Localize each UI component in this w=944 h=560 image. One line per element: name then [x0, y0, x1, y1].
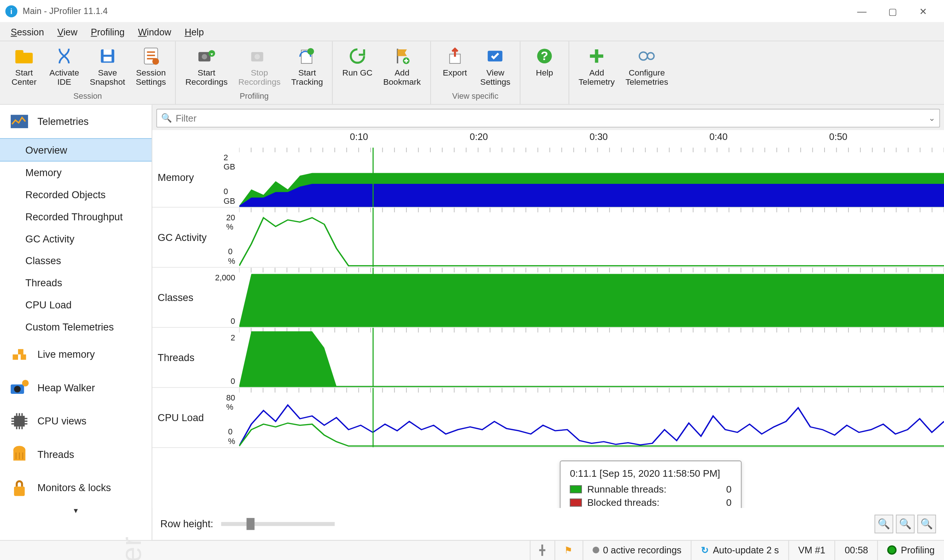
ribbon-group-label: View specific: [452, 90, 498, 102]
sidebar-item-recorded-objects[interactable]: Recorded Objects: [0, 183, 151, 206]
sidebar-cat-heap-walker[interactable]: Heap Walker: [0, 371, 151, 405]
svg-rect-24: [21, 354, 26, 360]
status-mode[interactable]: Profiling: [878, 540, 944, 560]
checklist-icon: [140, 47, 162, 66]
plus-icon: [586, 47, 607, 66]
chart-row-threads[interactable]: Threads20: [152, 328, 944, 388]
heap-walker-icon: [9, 378, 29, 397]
chart-row-classes[interactable]: Classes2,0000: [152, 268, 944, 328]
sidebar-cat-live-memory[interactable]: Live memory: [0, 337, 151, 371]
status-add[interactable]: ╋: [529, 540, 554, 560]
time-tick: 0:10: [350, 131, 368, 142]
charts-area: 0:100:200:300:400:50Memory2 GB0 GBGC Act…: [152, 130, 944, 508]
track-icon: [296, 47, 318, 66]
filter-input[interactable]: [176, 113, 924, 123]
svg-rect-3: [103, 49, 112, 54]
filter-dropdown-icon[interactable]: ⌄: [924, 114, 935, 123]
chart-plot[interactable]: 20: [239, 328, 944, 387]
row-height-slider[interactable]: [221, 522, 335, 526]
folder-icon: [13, 47, 35, 66]
sidebar-cat-cpu-views[interactable]: CPU views: [0, 404, 151, 438]
threads-icon: [9, 444, 29, 464]
watermark: JProfiler: [116, 536, 148, 560]
sidebar-item-overview[interactable]: Overview: [0, 138, 151, 162]
sidebar-item-memory[interactable]: Memory: [0, 162, 151, 183]
sidebar-cat-threads[interactable]: Threads: [0, 438, 151, 471]
view-settings-button[interactable]: ViewSettings: [475, 44, 516, 90]
svg-rect-4: [103, 57, 112, 62]
add-telemetry-button[interactable]: AddTelemetry: [574, 44, 620, 90]
chart-plot[interactable]: 80 %0 %: [239, 388, 944, 447]
search-icon: 🔍: [161, 113, 172, 123]
svg-rect-31: [14, 486, 25, 495]
status-autoupdate[interactable]: ↻Auto-update 2 s: [691, 540, 788, 560]
telemetries-icon: [9, 111, 29, 131]
chart-row-cpu-load[interactable]: CPU Load80 %0 %: [152, 388, 944, 448]
zoom-in-button[interactable]: 🔍: [875, 515, 893, 534]
sidebar-cat-monitors-locks[interactable]: Monitors & locks: [0, 471, 151, 505]
menu-profiling[interactable]: Profiling: [84, 24, 131, 39]
maximize-button[interactable]: ▢: [877, 1, 908, 21]
cpu-views-icon: [9, 411, 29, 431]
start-center-button[interactable]: StartCenter: [4, 44, 44, 90]
svg-point-27: [22, 380, 29, 386]
sidebar-more-icon[interactable]: ▾: [0, 505, 151, 517]
svg-point-20: [648, 53, 654, 59]
zoom-out-button[interactable]: 🔍: [896, 515, 915, 534]
flagplus-icon: [391, 47, 413, 66]
svg-rect-1: [15, 50, 23, 55]
help-button[interactable]: ?Help: [524, 44, 565, 81]
activate-ide-button[interactable]: ActivateIDE: [44, 44, 85, 90]
window-title: Main - JProfiler 11.1.4: [23, 6, 108, 16]
start-tracking-button[interactable]: StartTracking: [286, 44, 328, 90]
sidebar-item-gc-activity[interactable]: GC Activity: [0, 227, 151, 249]
save-snapshot-button[interactable]: SaveSnapshot: [85, 44, 131, 90]
menu-window[interactable]: Window: [131, 24, 178, 39]
sidebar-cat-telemetries[interactable]: Telemetries: [0, 105, 151, 138]
chart-row-gc-activity[interactable]: GC Activity20 %0 %: [152, 208, 944, 268]
ribbon-group-label: Profiling: [240, 90, 269, 102]
export-button[interactable]: Export: [435, 44, 475, 90]
menu-session[interactable]: Session: [4, 24, 51, 39]
status-flag[interactable]: ⚑: [554, 540, 582, 560]
filter-box[interactable]: 🔍 ⌄: [156, 109, 940, 128]
run-gc-button[interactable]: Run GC: [337, 44, 378, 90]
time-axis: 0:100:200:300:400:50: [239, 130, 944, 148]
sidebar-item-classes[interactable]: Classes: [0, 249, 151, 272]
status-vm[interactable]: VM #1: [788, 540, 835, 560]
chart-row-memory[interactable]: Memory2 GB0 GB: [152, 148, 944, 208]
chart-plot[interactable]: 2,0000: [239, 268, 944, 327]
toolbar: StartCenterActivateIDESaveSnapshotSessio…: [0, 41, 944, 105]
chart-plot[interactable]: 20 %0 %: [239, 208, 944, 267]
svg-rect-23: [18, 349, 23, 354]
status-recordings[interactable]: 0 active recordings: [582, 540, 691, 560]
zoom-fit-button[interactable]: 🔍: [918, 515, 936, 534]
time-tick: 0:30: [590, 131, 608, 142]
add-bookmark-button[interactable]: AddBookmark: [378, 44, 426, 90]
legend-swatch: [570, 485, 582, 493]
menu-view[interactable]: View: [51, 24, 84, 39]
help-icon: ?: [534, 47, 555, 66]
configure-telemetries-button[interactable]: ConfigureTelemetries: [620, 44, 674, 90]
tooltip-row: Blocked threads:0: [570, 496, 732, 508]
ribbon-group-label: Session: [73, 90, 102, 102]
row-height-control: Row height: 🔍 🔍 🔍: [152, 508, 944, 540]
chart-tooltip: 0:11.1 [Sep 15, 2020 11:58:50 PM]Runnabl…: [560, 460, 742, 508]
start-recordings-button[interactable]: StartRecordings: [180, 44, 233, 90]
sidebar-item-recorded-throughput[interactable]: Recorded Throughput: [0, 206, 151, 228]
tooltip-row: Runnable threads:0: [570, 482, 732, 495]
dna-icon: [54, 47, 75, 66]
titlebar: i Main - JProfiler 11.1.4 — ▢ ✕: [0, 0, 944, 23]
sidebar-item-cpu-load[interactable]: CPU Load: [0, 294, 151, 316]
close-button[interactable]: ✕: [908, 1, 938, 21]
session-settings-button[interactable]: SessionSettings: [131, 44, 171, 90]
chart-plot[interactable]: 2 GB0 GB: [239, 148, 944, 207]
time-tick: 0:20: [470, 131, 488, 142]
menu-help[interactable]: Help: [178, 24, 211, 39]
minimize-button[interactable]: —: [846, 1, 877, 21]
status-time: 00:58: [835, 540, 878, 560]
sidebar-item-threads[interactable]: Threads: [0, 272, 151, 294]
sidebar-item-custom-telemetries[interactable]: Custom Telemetries: [0, 316, 151, 338]
menubar: Session View Profiling Window Help: [0, 23, 944, 42]
vsettings-icon: [484, 47, 506, 66]
